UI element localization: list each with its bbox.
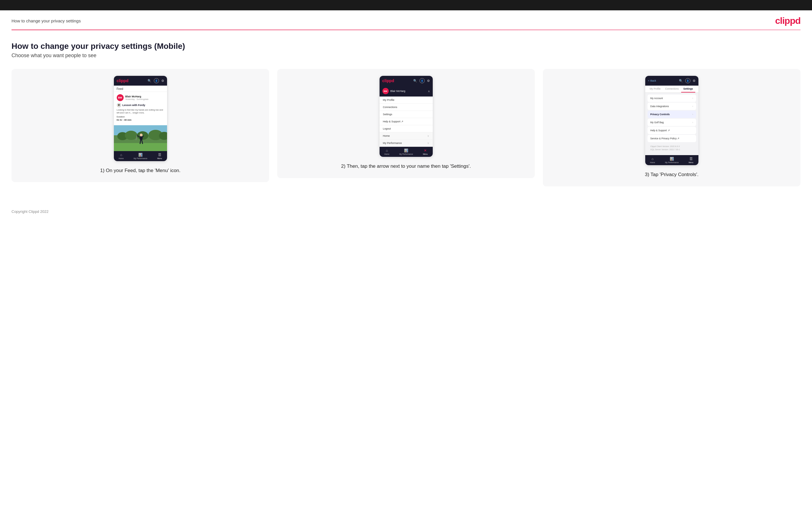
step1-description: 1) On your Feed, tap the 'Menu' icon. bbox=[100, 167, 181, 174]
settings-list: My Account › Data Integrations › Privacy… bbox=[645, 93, 699, 155]
menu-user-row: BM Blair McHarg ∧ bbox=[379, 86, 433, 97]
phone-mockup-2: clippd 🔍 👤 ⚙ BM Blair McHarg ∧ bbox=[379, 76, 433, 157]
menu-icon: ☰ bbox=[158, 153, 161, 157]
phone3-bottom-bar: ⌂ Home 📊 My Performance ☰ Menu bbox=[645, 155, 699, 165]
svg-point-4 bbox=[137, 131, 148, 140]
bottom-tab-home-label: Home bbox=[119, 157, 123, 159]
home-icon-3: ⌂ bbox=[652, 157, 654, 161]
feed-tab: Feed bbox=[114, 86, 167, 92]
menu-item-myprofile[interactable]: My Profile bbox=[379, 97, 433, 104]
coach-icon: 🎓 bbox=[117, 103, 121, 107]
myaccount-arrow-icon: › bbox=[693, 97, 693, 100]
phone2-navbar: clippd 🔍 👤 ⚙ bbox=[379, 76, 433, 86]
bottom-tab2-performance: 📊 My Performance bbox=[399, 149, 413, 155]
back-button[interactable]: < Back bbox=[648, 79, 656, 82]
footer: Copyright Clippd 2022 bbox=[0, 204, 812, 219]
search-icon-2: 🔍 bbox=[413, 79, 417, 83]
bottom-tab3-home-label: Home bbox=[650, 161, 655, 163]
performance-icon: 📊 bbox=[138, 153, 143, 157]
phone1-logo: clippd bbox=[117, 78, 129, 83]
settings-item-privacycontrols[interactable]: Privacy Controls › bbox=[648, 111, 696, 118]
dataintegrations-arrow-icon: › bbox=[693, 105, 693, 108]
menu-avatar: BM bbox=[383, 88, 389, 94]
page-heading: How to change your privacy settings (Mob… bbox=[11, 42, 801, 51]
performance-chevron-icon: ∨ bbox=[427, 142, 429, 145]
mygolfbag-label: My Golf Bag bbox=[650, 121, 664, 124]
menu-username: Blair McHarg bbox=[391, 90, 405, 93]
settings-item-helpsupport[interactable]: Help & Support ↗ bbox=[648, 127, 696, 134]
settings-item-serviceprivacy[interactable]: Service & Privacy Policy ↗ bbox=[648, 135, 696, 142]
bottom-tab2-menu[interactable]: ✕ Menu bbox=[423, 149, 427, 155]
bottom-tab-menu[interactable]: ☰ Menu bbox=[157, 153, 162, 159]
settings-item-myaccount[interactable]: My Account › bbox=[648, 95, 696, 102]
serviceprivacy-label: Service & Privacy Policy ↗ bbox=[650, 137, 680, 140]
phone1-bottom-bar: ⌂ Home 📊 My Performance ☰ Menu bbox=[114, 151, 167, 161]
mygolfbag-arrow-icon: › bbox=[693, 121, 693, 124]
user-chevron-icon[interactable]: ∧ bbox=[428, 90, 430, 93]
svg-point-3 bbox=[125, 131, 138, 140]
menu-section-home[interactable]: Home ∨ bbox=[379, 132, 433, 139]
settings-item-mygolfbag[interactable]: My Golf Bag › bbox=[648, 119, 696, 126]
main-content: How to change your privacy settings (Mob… bbox=[0, 30, 812, 204]
search-icon: 🔍 bbox=[148, 79, 152, 83]
phone2-bottom-bar: ⌂ Home 📊 My Performance ✕ Menu bbox=[379, 147, 433, 157]
bottom-tab3-home: ⌂ Home bbox=[650, 157, 655, 163]
step3-description: 3) Tap 'Privacy Controls'. bbox=[645, 171, 699, 178]
menu-home-label: Home bbox=[383, 134, 390, 137]
menu-section-performance[interactable]: My Performance ∨ bbox=[379, 139, 433, 147]
bottom-tab3-menu[interactable]: ☰ Menu bbox=[689, 157, 693, 163]
feed-duration-label: Duration bbox=[117, 115, 164, 118]
settings-item-dataintegrations[interactable]: Data Integrations › bbox=[648, 103, 696, 110]
tab-myprofile[interactable]: My Profile bbox=[648, 86, 663, 93]
bottom-tab-menu-label: Menu bbox=[157, 157, 162, 159]
menu-item-help[interactable]: Help & Support ↗ bbox=[379, 118, 433, 125]
feed-image bbox=[114, 125, 167, 151]
svg-line-13 bbox=[140, 140, 141, 144]
copyright-text: Copyright Clippd 2022 bbox=[11, 210, 49, 214]
menu-item-logout[interactable]: Logout bbox=[379, 125, 433, 132]
profile-icon: 👤 bbox=[154, 78, 159, 83]
bottom-tab-home: ⌂ Home bbox=[119, 153, 123, 159]
version-line2: GQL Server Version: 2022.7.30-1 bbox=[650, 148, 693, 151]
phone1-icons: 🔍 👤 ⚙ bbox=[148, 78, 164, 83]
menu-myprofile-label: My Profile bbox=[383, 99, 395, 101]
home-icon-2: ⌂ bbox=[386, 149, 388, 153]
breadcrumb: How to change your privacy settings bbox=[11, 18, 81, 23]
feed-lesson-title: Lesson with Fordy bbox=[122, 104, 146, 107]
profile-icon-3: 👤 bbox=[685, 78, 691, 83]
svg-rect-7 bbox=[114, 143, 167, 151]
phone1-navbar: clippd 🔍 👤 ⚙ bbox=[114, 76, 167, 86]
menu-item-settings[interactable]: Settings bbox=[379, 111, 433, 118]
tab-connections[interactable]: Connections bbox=[663, 86, 681, 93]
menu-connections-label: Connections bbox=[383, 106, 397, 109]
step-1-card: clippd 🔍 👤 ⚙ Feed BM Blair bbox=[11, 69, 269, 182]
phone3-icons: 🔍 👤 ⚙ bbox=[679, 78, 696, 83]
settings-icon-2: ⚙ bbox=[427, 79, 430, 83]
menu-performance-label: My Performance bbox=[383, 142, 402, 145]
menu-overlay: My Profile Connections Settings Help & S… bbox=[379, 97, 433, 147]
privacycontrols-label: Privacy Controls bbox=[650, 113, 670, 116]
feed-avatar: BM bbox=[117, 94, 123, 101]
bottom-tab2-home-label: Home bbox=[385, 153, 389, 155]
performance-icon-2: 📊 bbox=[404, 149, 408, 153]
myaccount-label: My Account bbox=[650, 97, 663, 100]
menu-icon-3: ☰ bbox=[690, 157, 693, 161]
bottom-tab-performance-label: My Performance bbox=[134, 157, 148, 159]
menu-user-left: BM Blair McHarg bbox=[383, 88, 405, 94]
feed-avatar-row: BM Blair McHarg Yesterday · Sunningdale bbox=[117, 94, 164, 101]
bottom-tab2-performance-label: My Performance bbox=[399, 153, 413, 155]
close-icon: ✕ bbox=[424, 149, 427, 153]
tab-settings[interactable]: Settings bbox=[681, 86, 696, 93]
menu-help-label: Help & Support ↗ bbox=[383, 120, 404, 123]
bottom-tab2-home: ⌂ Home bbox=[385, 149, 389, 155]
bottom-tab3-menu-label: Menu bbox=[689, 161, 693, 163]
search-icon-3: 🔍 bbox=[679, 79, 683, 83]
privacycontrols-arrow-icon: › bbox=[693, 113, 693, 116]
phone-mockup-3: < Back 🔍 👤 ⚙ My Profile Connections Sett… bbox=[645, 76, 699, 165]
menu-item-connections[interactable]: Connections bbox=[379, 104, 433, 111]
feed-body-text: Looking to feel like my hands are exitin… bbox=[117, 109, 164, 114]
bottom-tab-performance: 📊 My Performance bbox=[134, 153, 148, 159]
back-chevron-icon: < bbox=[648, 79, 650, 82]
golf-scene-svg bbox=[114, 125, 167, 151]
settings-back-bar: < Back 🔍 👤 ⚙ bbox=[645, 76, 699, 86]
